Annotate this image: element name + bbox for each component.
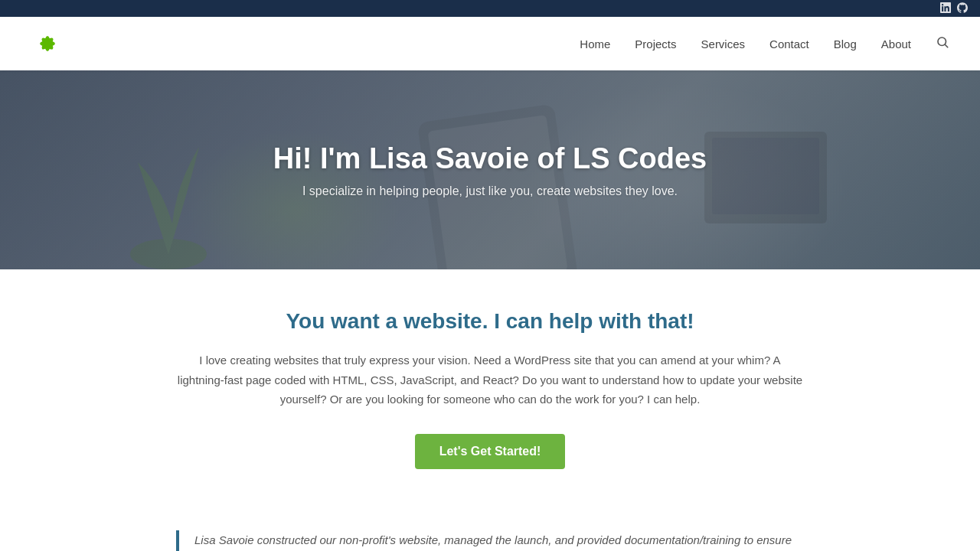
- header: Home Projects Services Contact Blog Abou…: [0, 17, 980, 70]
- svg-line-6: [945, 44, 947, 47]
- nav-contact[interactable]: Contact: [769, 37, 809, 51]
- nav-blog[interactable]: Blog: [834, 37, 857, 51]
- logo[interactable]: [31, 27, 64, 60]
- main-nav: Home Projects Services Contact Blog Abou…: [580, 35, 949, 52]
- search-icon[interactable]: [936, 35, 949, 52]
- nav-services[interactable]: Services: [701, 37, 746, 51]
- nav-projects[interactable]: Projects: [635, 37, 676, 51]
- cta-button[interactable]: Let's Get Started!: [415, 434, 566, 469]
- nav-about[interactable]: About: [881, 37, 911, 51]
- github-icon[interactable]: [957, 2, 968, 15]
- intro-content: You want a website. I can help with that…: [145, 269, 835, 506]
- top-bar: [0, 0, 980, 17]
- hero-content: Hi! I'm Lisa Savoie of LS Codes I specia…: [273, 142, 707, 198]
- intro-section: You want a website. I can help with that…: [0, 269, 980, 551]
- intro-body: I love creating websites that truly expr…: [176, 350, 804, 409]
- hero-title: Hi! I'm Lisa Savoie of LS Codes: [273, 142, 707, 175]
- linkedin-icon[interactable]: [940, 2, 951, 15]
- nav-home[interactable]: Home: [580, 37, 610, 51]
- hero-subtitle: I specialize in helping people, just lik…: [273, 184, 707, 198]
- testimonial-section: Lisa Savoie constructed our non-profit's…: [145, 506, 835, 552]
- hero-section: Hi! I'm Lisa Savoie of LS Codes I specia…: [0, 70, 980, 269]
- svg-rect-9: [712, 138, 819, 214]
- svg-point-4: [44, 41, 51, 47]
- testimonial-text: Lisa Savoie constructed our non-profit's…: [194, 530, 804, 552]
- testimonial-block: Lisa Savoie constructed our non-profit's…: [176, 530, 804, 552]
- intro-heading: You want a website. I can help with that…: [176, 309, 804, 334]
